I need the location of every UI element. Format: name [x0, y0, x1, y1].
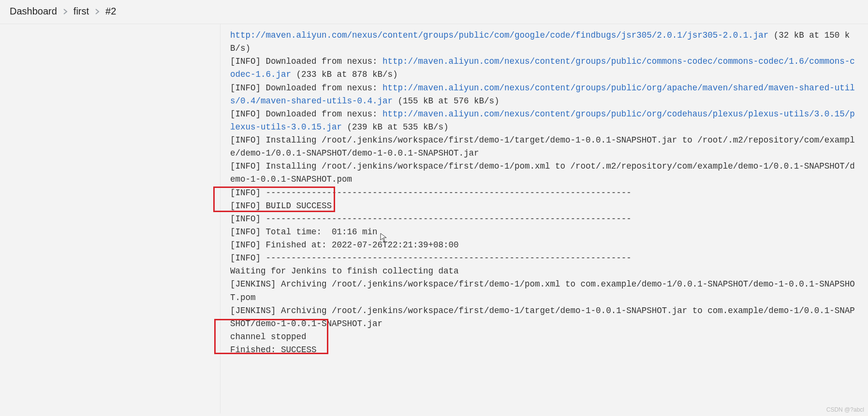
console-text: [INFO] ---------------------------------… [230, 214, 632, 224]
console-text: [INFO] Finished at: 2022-07-26T22:21:39+… [230, 240, 459, 250]
console-text: (239 kB at 535 kB/s) [342, 122, 449, 132]
cursor-icon [380, 207, 388, 215]
console-text: channel stopped [230, 332, 307, 342]
console-text: Waiting for Jenkins to finish collecting… [230, 266, 459, 276]
watermark-text: CSDN @?abcl [826, 406, 864, 413]
console-text: [INFO] Installing /root/.jenkins/workspa… [230, 135, 855, 158]
chevron-right-icon [63, 9, 68, 14]
console-text: [INFO] Installing /root/.jenkins/workspa… [230, 161, 855, 184]
console-text: [INFO] Downloaded from nexus: [230, 83, 383, 93]
breadcrumb-build-label: #2 [105, 6, 116, 17]
chevron-right-icon [95, 9, 100, 14]
breadcrumb: Dashboard first #2 [0, 0, 868, 24]
console-text: [JENKINS] Archiving /root/.jenkins/works… [230, 306, 855, 329]
download-url-link[interactable]: http://maven.aliyun.com/nexus/content/gr… [230, 30, 768, 40]
console-text: [INFO] ---------------------------------… [230, 253, 632, 263]
breadcrumb-dashboard-link[interactable]: Dashboard [10, 6, 57, 17]
console-text: [JENKINS] Archiving /root/.jenkins/works… [230, 279, 855, 302]
console-text: [INFO] Downloaded from nexus: [230, 57, 383, 66]
sidebar [0, 24, 221, 414]
console-text: [INFO] ---------------------------------… [230, 188, 632, 198]
console-text-finished: Finished: SUCCESS [230, 345, 317, 355]
console-text-build-success: [INFO] BUILD SUCCESS [230, 201, 332, 211]
console-text: [INFO] Downloaded from nexus: [230, 109, 383, 119]
console-output: http://maven.aliyun.com/nexus/content/gr… [221, 24, 868, 414]
console-text: (233 kB at 878 kB/s) [291, 70, 398, 79]
breadcrumb-project-link[interactable]: first [74, 6, 89, 17]
console-text: (155 kB at 576 kB/s) [393, 96, 500, 106]
console-text: [INFO] Total time: 01:16 min [230, 227, 378, 237]
